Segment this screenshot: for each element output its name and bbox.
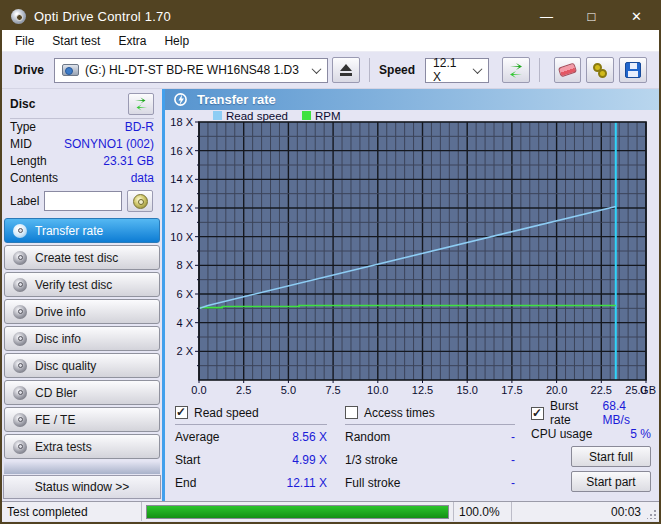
stat-end: End12.11 X — [175, 471, 327, 494]
stat-random: Random- — [345, 425, 515, 448]
options-button[interactable] — [586, 57, 614, 83]
svg-text:20.0: 20.0 — [546, 384, 567, 396]
svg-text:12 X: 12 X — [170, 202, 193, 214]
save-floppy-icon — [625, 62, 641, 78]
save-button[interactable] — [619, 57, 647, 83]
read-speed-checkbox[interactable] — [175, 406, 188, 419]
drive-label: Drive — [14, 63, 44, 77]
cd-icon — [13, 224, 27, 238]
cd-icon — [13, 359, 27, 373]
progress-bar — [146, 505, 449, 519]
menu-help[interactable]: Help — [155, 32, 198, 50]
cd-icon — [13, 251, 27, 265]
speed-select-value: 12.1 X — [433, 56, 468, 84]
stat-average: Average8.56 X — [175, 425, 327, 448]
window-title: Opti Drive Control 1.70 — [34, 9, 171, 24]
access-times-checkbox[interactable] — [345, 406, 358, 419]
read-speed-checkbox-label: Read speed — [194, 406, 259, 420]
status-window-button[interactable]: Status window >> — [3, 475, 161, 499]
disc-row-length: Length23.31 GB — [10, 153, 154, 170]
stat-full-stroke: Full stroke- — [345, 471, 515, 494]
menu-extra[interactable]: Extra — [109, 32, 155, 50]
svg-text:18 X: 18 X — [170, 116, 193, 128]
app-window: Opti Drive Control 1.70 — □ ✕ File Start… — [0, 0, 661, 524]
chart-header: Transfer rate — [165, 89, 659, 110]
toolbar-divider — [369, 58, 370, 82]
sidebar-item-cd-bler[interactable]: CD Bler — [4, 380, 160, 405]
minimize-button[interactable]: — — [524, 2, 569, 30]
svg-text:RPM: RPM — [315, 110, 341, 122]
chart-title: Transfer rate — [197, 92, 276, 107]
disc-row-type: TypeBD-R — [10, 119, 154, 136]
svg-text:7.5: 7.5 — [325, 384, 340, 396]
options-icon — [593, 63, 607, 78]
progress-bar-fill — [147, 506, 448, 518]
svg-text:12.5: 12.5 — [412, 384, 433, 396]
resize-grip-icon[interactable] — [647, 510, 656, 519]
access-times-checkbox-label: Access times — [364, 406, 435, 420]
sidebar-item-transfer-rate[interactable]: Transfer rate — [4, 218, 160, 243]
svg-text:10 X: 10 X — [170, 231, 193, 243]
refresh-arrows-icon — [133, 97, 149, 111]
svg-text:6 X: 6 X — [176, 288, 193, 300]
sidebar-item-disc-quality[interactable]: Disc quality — [4, 353, 160, 378]
cd-icon — [13, 440, 27, 454]
menu-bar: File Start test Extra Help — [2, 30, 659, 52]
sidebar-item-extra-tests[interactable]: Extra tests — [4, 434, 160, 459]
svg-text:14 X: 14 X — [170, 173, 193, 185]
maximize-button[interactable]: □ — [569, 2, 614, 30]
chart-panel: Transfer rate 2 X4 X6 X8 X10 X12 X14 X16… — [162, 89, 659, 501]
chart-canvas: 2 X4 X6 X8 X10 X12 X14 X16 X18 X0.02.55.… — [165, 110, 657, 398]
refresh-speed-button[interactable] — [502, 57, 530, 83]
sidebar-spacer — [4, 461, 160, 474]
menu-start-test[interactable]: Start test — [43, 32, 109, 50]
cd-icon — [13, 413, 27, 427]
svg-text:Read speed: Read speed — [226, 110, 288, 122]
disc-label-input[interactable] — [44, 191, 122, 211]
speed-label: Speed — [379, 63, 415, 77]
cd-icon — [13, 386, 27, 400]
refresh-disc-button[interactable] — [128, 93, 154, 115]
status-text: Test completed — [2, 502, 142, 521]
title-bar: Opti Drive Control 1.70 — □ ✕ — [2, 2, 659, 30]
disc-label-button[interactable] — [127, 190, 153, 212]
drive-select[interactable]: (G:) HL-DT-ST BD-RE WH16NS48 1.D3 — [54, 58, 328, 83]
cd-icon — [133, 194, 148, 209]
stat-one-third-stroke: 1/3 stroke- — [345, 448, 515, 471]
left-panel: Disc TypeBD-R MIDSONYNO1 (002) Length2 — [2, 89, 162, 501]
burst-rate-checkbox[interactable] — [531, 407, 544, 420]
disc-panel-title: Disc — [10, 97, 35, 111]
svg-text:8 X: 8 X — [176, 259, 193, 271]
start-part-button[interactable]: Start part — [571, 471, 651, 492]
sidebar-item-fe-te[interactable]: FE / TE — [4, 407, 160, 432]
drive-select-value: (G:) HL-DT-ST BD-RE WH16NS48 1.D3 — [85, 63, 299, 77]
eject-icon — [340, 64, 352, 76]
svg-text:15.0: 15.0 — [456, 384, 477, 396]
transfer-rate-chart: 2 X4 X6 X8 X10 X12 X14 X16 X18 X0.02.55.… — [165, 110, 659, 398]
cd-icon — [13, 278, 27, 292]
sidebar-item-drive-info[interactable]: Drive info — [4, 299, 160, 324]
eject-button[interactable] — [332, 57, 360, 83]
sidebar-item-create-test-disc[interactable]: Create test disc — [4, 245, 160, 270]
refresh-arrows-icon — [507, 62, 525, 78]
speed-select[interactable]: 12.1 X — [425, 58, 489, 83]
chevron-down-icon — [472, 64, 482, 74]
results-panel: Read speed Average8.56 X Start4.99 X End… — [165, 398, 659, 501]
sidebar-item-verify-test-disc[interactable]: Verify test disc — [4, 272, 160, 297]
progress-percent: 100.0% — [454, 502, 512, 521]
status-bar: Test completed 100.0% 00:03 — [2, 501, 659, 521]
start-full-button[interactable]: Start full — [571, 446, 651, 467]
svg-text:4 X: 4 X — [176, 317, 193, 329]
menu-file[interactable]: File — [6, 32, 43, 50]
close-button[interactable]: ✕ — [614, 2, 659, 30]
stat-cpu-usage: CPU usage5 % — [531, 422, 651, 445]
svg-text:5.0: 5.0 — [281, 384, 296, 396]
sidebar-item-disc-info[interactable]: Disc info — [4, 326, 160, 351]
svg-text:10.0: 10.0 — [367, 384, 388, 396]
svg-text:16 X: 16 X — [170, 145, 193, 157]
eraser-icon — [558, 63, 577, 78]
svg-text:22.5: 22.5 — [591, 384, 612, 396]
svg-text:2.5: 2.5 — [236, 384, 251, 396]
erase-disc-button[interactable] — [554, 57, 582, 83]
disc-label-caption: Label — [10, 194, 39, 208]
